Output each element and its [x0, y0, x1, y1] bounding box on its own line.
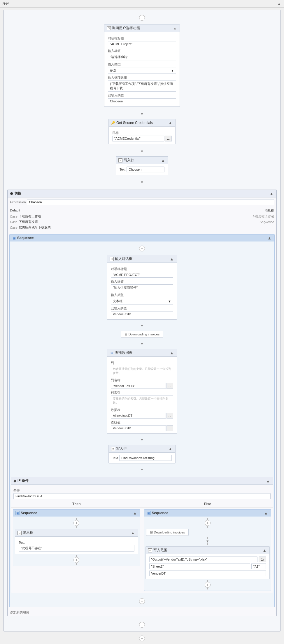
switch-icon: ⊕: [10, 191, 13, 196]
if-condition-section: 条件 FindRowIndex = -1: [11, 485, 273, 501]
else-bottom-add-button[interactable]: +: [205, 582, 211, 588]
write-range-title-row: ≡ 写入范围: [148, 548, 167, 553]
write-icon-1: ≡: [118, 158, 122, 162]
query-user-title: 询问用户选择功能: [112, 26, 140, 31]
collapse-button[interactable]: ▲: [276, 1, 282, 6]
case-right-1: Sequence: [260, 220, 274, 224]
add-case-link[interactable]: 添加新的用例: [8, 609, 276, 616]
else-seq-collapse[interactable]: ▲: [263, 511, 269, 515]
write-var1-collapse[interactable]: ▲: [160, 158, 166, 163]
connector-5: ▼: [10, 434, 274, 445]
write-var1-title: 写入行: [124, 158, 134, 163]
lookup-icon: ⊞: [110, 351, 114, 355]
then-seq-header: ▣ Sequence ▲: [13, 510, 140, 517]
switch-collapse[interactable]: ▲: [269, 191, 274, 196]
col-name-ellipsis[interactable]: ...: [166, 383, 173, 389]
if-title: IF 条件: [17, 478, 29, 483]
write-range-cell[interactable]: "A1": [251, 564, 266, 569]
id-entered-value[interactable]: VendorTaxID: [111, 311, 173, 317]
msg-collapse[interactable]: ▲: [130, 531, 136, 535]
then-plus: +: [13, 517, 140, 529]
outer-bottom-plus: +: [4, 618, 280, 631]
write-range-sheet[interactable]: "Sheet1": [149, 564, 250, 569]
write-var2-text-value[interactable]: FindRowIndex.ToString: [119, 455, 172, 461]
id-dialog-value[interactable]: "ACME PROJECT": [111, 272, 173, 278]
if-then-branch: Then ▣ Sequence ▲: [11, 501, 142, 593]
lookup-title-row: ⊞ 查找数据表: [110, 350, 132, 355]
then-bottom-add-button[interactable]: +: [73, 557, 79, 563]
id-input-label-value[interactable]: "输入供应商税号": [111, 284, 173, 291]
write-var1-text-label: Text: [120, 168, 125, 171]
seq-add-top-button[interactable]: +: [139, 246, 145, 251]
input-dialog-collapse[interactable]: ▲: [169, 257, 174, 261]
else-label: Else: [142, 501, 273, 508]
col-label: 列: [111, 361, 173, 365]
write-range-data[interactable]: VenderDT: [149, 570, 266, 576]
dialog-title-value[interactable]: "ACME Project": [108, 41, 176, 47]
get-cred-collapse[interactable]: ▲: [168, 120, 173, 125]
data-table-ellipsis[interactable]: ...: [166, 413, 173, 419]
input-label-label: 输入标签: [108, 49, 176, 53]
write-range-row3: VenderDT: [149, 570, 266, 576]
sequence-inner: ▣ Sequence ▲ + □ 输入对话框: [9, 234, 275, 607]
id-type-select[interactable]: 文本框 ▼: [111, 298, 173, 304]
case-label-2: Case: [10, 226, 17, 229]
connector-downloading-1: ▼: [10, 320, 274, 331]
data-table-label: 数据表: [111, 408, 173, 412]
top-plus-section: +: [4, 10, 280, 24]
entered-value-input[interactable]: Choosen: [108, 98, 176, 104]
else-add-top-button[interactable]: +: [205, 520, 211, 526]
msg-text-value[interactable]: "此税号不存在": [19, 545, 134, 552]
write-range-collapse[interactable]: ▲: [262, 548, 267, 553]
col-placeholder[interactable]: 包含要搜索的列的变量。只能设置一个查找列参数。: [111, 366, 173, 376]
lookup-value-value[interactable]: VendorTaxID: [111, 425, 166, 431]
then-seq-collapse[interactable]: ▲: [132, 511, 138, 515]
outer-bottom-add[interactable]: +: [139, 622, 145, 628]
write-range-title: 写入范围: [153, 548, 167, 553]
expression-input[interactable]: [27, 199, 274, 205]
downloading-text-1: Downloading invoices: [129, 332, 159, 336]
input-dialog-title-row: □ 输入对话框: [110, 256, 132, 261]
case-value-2: 按供应商税号下载发票: [19, 225, 51, 230]
col-name-value[interactable]: "Vendor Tax ID": [111, 383, 166, 389]
input-label-value[interactable]: "请选择功能": [108, 54, 176, 60]
if-title-row: ◈ IF 条件: [13, 478, 29, 483]
entered-value-label: 已输入的值: [108, 93, 176, 98]
lookup-value-ellipsis[interactable]: ...: [166, 425, 173, 431]
seq-inner-title-row: ▣ Sequence: [12, 236, 34, 240]
then-seq-title: Sequence: [21, 511, 37, 515]
then-bottom-plus: +: [13, 554, 140, 566]
if-branches: Then ▣ Sequence ▲: [11, 501, 273, 593]
input-type-select[interactable]: 多选 ▼: [108, 67, 176, 74]
then-add-button[interactable]: +: [73, 520, 79, 526]
seq-inner-collapse[interactable]: ▲: [267, 236, 272, 240]
case-row-1: Case 下载所有发票 Sequence: [10, 219, 274, 225]
target-value[interactable]: "ACMECredential": [112, 136, 164, 141]
else-seq-header: ▣ Sequence ▲: [144, 510, 271, 517]
id-select-chevron: ▼: [168, 300, 171, 303]
footer-add-button[interactable]: +: [139, 636, 145, 641]
downloading-icon-2: ⊟: [150, 530, 153, 534]
case-value-1: 下载所有发票: [19, 220, 38, 224]
add-top-button[interactable]: +: [139, 15, 145, 21]
switch-panel: ⊕ 切换 ▲ Expression Default 消息框 Case 下载所有工…: [7, 190, 277, 616]
write-range-folder-btn[interactable]: 🗂: [259, 556, 266, 562]
if-header: ◈ IF 条件 ▲: [11, 477, 273, 485]
lookup-title: 查找数据表: [115, 350, 132, 355]
query-user-collapse[interactable]: ▲: [173, 26, 177, 30]
write-var2-collapse[interactable]: ▲: [168, 447, 173, 451]
input-options-value[interactable]: ("下载所有工作项","下载所有发票","按供应商税号下载: [108, 80, 176, 92]
get-cred-title-row: 🔑 Get Secure Credentials: [111, 121, 153, 125]
seq-inner-bottom-add[interactable]: +: [139, 598, 145, 604]
target-ellipsis-button[interactable]: ...: [165, 136, 172, 141]
if-collapse[interactable]: ▲: [265, 479, 271, 483]
write-icon-2: ≡: [111, 447, 115, 451]
write-range-path[interactable]: "Output\"+VendorTaxID.ToString+".xlsx": [149, 556, 258, 562]
condition-value[interactable]: FindRowIndex = -1: [13, 493, 271, 499]
query-user-body: 对话框标题 "ACME Project" 输入标签 "请选择功能" 输入类型 多…: [104, 32, 180, 106]
col-index-placeholder[interactable]: 要搜索的列的索引。只能设置一个查找列参数。: [111, 396, 173, 406]
data-table-value[interactable]: AllInvoicesDT: [111, 413, 166, 419]
else-sequence: ▣ Sequence ▲ +: [144, 509, 271, 591]
lookup-collapse[interactable]: ▲: [169, 351, 174, 355]
write-var1-text-value[interactable]: Choosen: [127, 167, 164, 172]
